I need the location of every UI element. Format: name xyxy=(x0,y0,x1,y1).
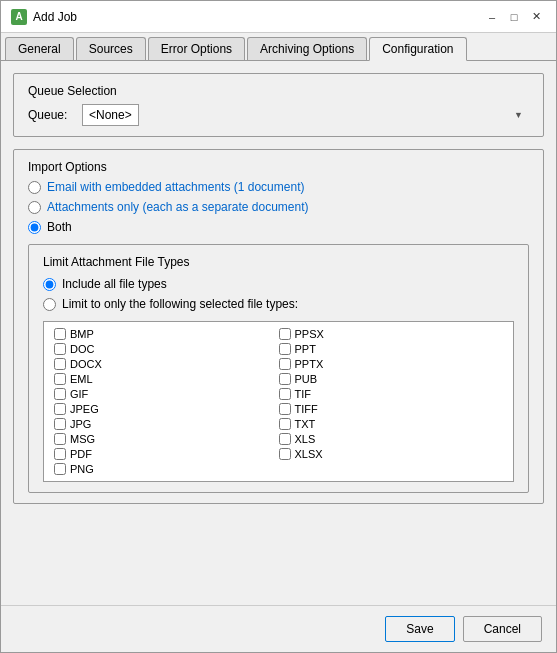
radio-limit-selected-label: Limit to only the following selected fil… xyxy=(62,297,298,311)
file-type-checkbox[interactable] xyxy=(54,388,66,400)
radio-include-all-label: Include all file types xyxy=(62,277,167,291)
radio-attachments-only-label: Attachments only (each as a separate doc… xyxy=(47,200,308,214)
queue-row: Queue: <None> xyxy=(28,104,529,126)
file-type-label: JPG xyxy=(70,418,91,430)
window-title: Add Job xyxy=(33,10,77,24)
tab-archiving-options[interactable]: Archiving Options xyxy=(247,37,367,60)
file-type-label: BMP xyxy=(70,328,94,340)
file-type-label: EML xyxy=(70,373,93,385)
radio-include-all[interactable]: Include all file types xyxy=(43,277,514,291)
file-type-checkbox[interactable] xyxy=(54,343,66,355)
file-type-checkbox[interactable] xyxy=(279,448,291,460)
radio-email-embedded[interactable]: Email with embedded attachments (1 docum… xyxy=(28,180,529,194)
tab-error-options[interactable]: Error Options xyxy=(148,37,245,60)
radio-attachments-only[interactable]: Attachments only (each as a separate doc… xyxy=(28,200,529,214)
tab-general[interactable]: General xyxy=(5,37,74,60)
cancel-button[interactable]: Cancel xyxy=(463,616,542,642)
list-item: DOC xyxy=(54,343,279,355)
list-item: TXT xyxy=(279,418,504,430)
list-item: PPTX xyxy=(279,358,504,370)
queue-selection-title: Queue Selection xyxy=(28,84,529,98)
file-type-checkbox[interactable] xyxy=(54,403,66,415)
list-item: PDF xyxy=(54,448,279,460)
file-type-checkbox[interactable] xyxy=(54,328,66,340)
file-type-label: PPT xyxy=(295,343,316,355)
queue-label: Queue: xyxy=(28,108,72,122)
import-options-title: Import Options xyxy=(28,160,529,174)
add-job-window: A Add Job – □ ✕ General Sources Error Op… xyxy=(0,0,557,653)
file-type-checkbox[interactable] xyxy=(279,343,291,355)
file-type-label: JPEG xyxy=(70,403,99,415)
file-type-checkbox[interactable] xyxy=(279,328,291,340)
file-type-checkbox[interactable] xyxy=(279,403,291,415)
file-type-label: PDF xyxy=(70,448,92,460)
radio-email-embedded-label: Email with embedded attachments (1 docum… xyxy=(47,180,304,194)
list-item: TIFF xyxy=(279,403,504,415)
file-type-checkbox[interactable] xyxy=(279,373,291,385)
list-item: PPSX xyxy=(279,328,504,340)
file-type-checkbox[interactable] xyxy=(54,463,66,475)
file-type-label: PPSX xyxy=(295,328,324,340)
close-button[interactable]: ✕ xyxy=(526,7,546,27)
list-item: XLS xyxy=(279,433,504,445)
radio-limit-selected-input[interactable] xyxy=(43,298,56,311)
file-type-label: DOCX xyxy=(70,358,102,370)
title-bar: A Add Job – □ ✕ xyxy=(1,1,556,33)
file-type-checkbox[interactable] xyxy=(279,418,291,430)
radio-email-embedded-input[interactable] xyxy=(28,181,41,194)
radio-both-input[interactable] xyxy=(28,221,41,234)
title-bar-left: A Add Job xyxy=(11,9,77,25)
file-type-checkbox[interactable] xyxy=(54,418,66,430)
queue-select[interactable]: <None> xyxy=(82,104,139,126)
file-type-checkbox[interactable] xyxy=(279,388,291,400)
maximize-button[interactable]: □ xyxy=(504,7,524,27)
limit-attachment-title: Limit Attachment File Types xyxy=(43,255,514,269)
radio-both[interactable]: Both xyxy=(28,220,529,234)
file-type-label: PUB xyxy=(295,373,318,385)
file-type-checkbox[interactable] xyxy=(54,358,66,370)
file-type-label: GIF xyxy=(70,388,88,400)
file-type-checkbox[interactable] xyxy=(279,358,291,370)
radio-attachments-only-input[interactable] xyxy=(28,201,41,214)
file-type-label: TIF xyxy=(295,388,312,400)
file-type-label: MSG xyxy=(70,433,95,445)
file-type-checkbox[interactable] xyxy=(54,448,66,460)
tab-bar: General Sources Error Options Archiving … xyxy=(1,33,556,61)
list-item: JPG xyxy=(54,418,279,430)
import-options-section: Import Options Email with embedded attac… xyxy=(13,149,544,504)
list-item: JPEG xyxy=(54,403,279,415)
app-icon: A xyxy=(11,9,27,25)
queue-selection-section: Queue Selection Queue: <None> xyxy=(13,73,544,137)
title-controls: – □ ✕ xyxy=(482,7,546,27)
file-type-label: TIFF xyxy=(295,403,318,415)
tab-sources[interactable]: Sources xyxy=(76,37,146,60)
limit-radio-group: Include all file types Limit to only the… xyxy=(43,277,514,311)
list-item: MSG xyxy=(54,433,279,445)
minimize-button[interactable]: – xyxy=(482,7,502,27)
file-type-checkbox[interactable] xyxy=(279,433,291,445)
queue-select-wrapper: <None> xyxy=(82,104,529,126)
file-col-2: PPSXPPTPPTXPUBTIFTIFFTXTXLSXLSX xyxy=(279,328,504,475)
list-item: XLSX xyxy=(279,448,504,460)
import-radio-group: Email with embedded attachments (1 docum… xyxy=(28,180,529,234)
save-button[interactable]: Save xyxy=(385,616,454,642)
radio-limit-selected[interactable]: Limit to only the following selected fil… xyxy=(43,297,514,311)
file-type-label: PPTX xyxy=(295,358,324,370)
file-type-checkbox[interactable] xyxy=(54,433,66,445)
radio-include-all-input[interactable] xyxy=(43,278,56,291)
file-type-label: TXT xyxy=(295,418,316,430)
tab-configuration[interactable]: Configuration xyxy=(369,37,466,61)
file-type-label: PNG xyxy=(70,463,94,475)
list-item: PNG xyxy=(54,463,279,475)
radio-both-label: Both xyxy=(47,220,72,234)
limit-attachment-section: Limit Attachment File Types Include all … xyxy=(28,244,529,493)
file-col-1: BMPDOCDOCXEMLGIFJPEGJPGMSGPDFPNG xyxy=(54,328,279,475)
list-item: GIF xyxy=(54,388,279,400)
list-item: BMP xyxy=(54,328,279,340)
content-area: Queue Selection Queue: <None> Import Opt… xyxy=(1,61,556,605)
file-type-checkbox[interactable] xyxy=(54,373,66,385)
footer: Save Cancel xyxy=(1,605,556,652)
list-item: PUB xyxy=(279,373,504,385)
list-item: TIF xyxy=(279,388,504,400)
list-item: DOCX xyxy=(54,358,279,370)
